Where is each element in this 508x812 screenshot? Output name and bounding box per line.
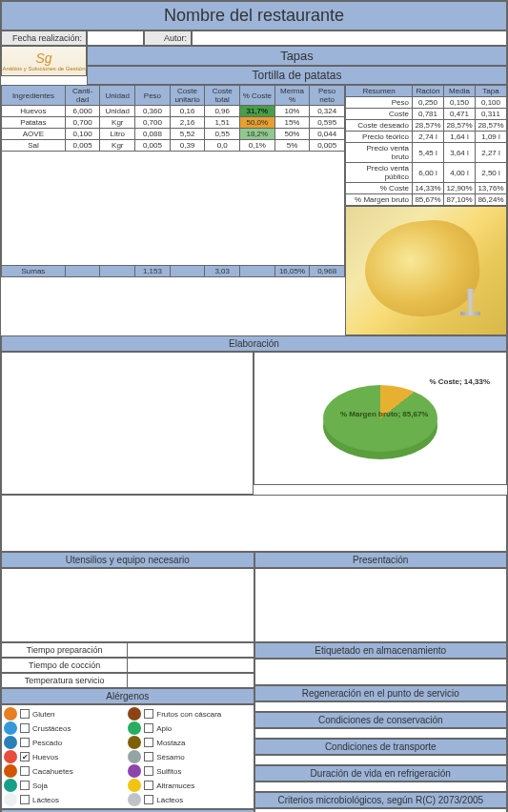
allergen-checkbox[interactable] <box>144 738 153 747</box>
allergen-checkbox[interactable] <box>144 781 153 790</box>
tiempo-prep-val[interactable] <box>128 643 253 657</box>
sumas-merma: 16,05% <box>274 266 310 277</box>
allergen-checkbox[interactable] <box>144 766 153 776</box>
recipe-sheet: Nombre del restaurante Fecha realización… <box>0 0 508 812</box>
sumas-peso: 1,153 <box>135 266 171 277</box>
restaurant-title: Nombre del restaurante <box>1 1 507 30</box>
alergenos-header: Alérgenos <box>1 688 254 704</box>
th-media: Media <box>444 86 476 97</box>
th-ingredientes: Ingredientes <box>2 86 66 106</box>
resumen-row: Coste deseado28,57%28,57%28,57% <box>346 120 507 132</box>
resumen-table: Resumen Ración Media Tapa Peso0,2500,150… <box>345 85 507 206</box>
logo-icon: Sg <box>35 51 51 66</box>
resumen-row: Precio venta bruto5,45 l3,64 l2,27 l <box>346 143 507 163</box>
allergen-icon <box>4 721 17 735</box>
allergen-checkbox[interactable] <box>20 795 30 804</box>
allergen-checkbox[interactable] <box>20 766 30 776</box>
criterios-box[interactable] <box>254 808 508 812</box>
regeneracion-header: Regeneración en el punto de servicio <box>254 685 508 701</box>
allergen-checkbox[interactable] <box>20 738 30 747</box>
utensilios-box[interactable] <box>1 568 254 642</box>
resumen-row: % Coste14,33%12,90%13,76% <box>346 183 507 194</box>
duracion-box[interactable] <box>254 782 508 792</box>
allergen-item: Soja <box>4 779 127 792</box>
elaboracion-header: Elaboración <box>1 335 507 352</box>
allergen-item: Lácteos <box>128 793 251 806</box>
etiquetado-header: Etiquetado en almacenamiento <box>254 642 508 659</box>
allergen-checkbox[interactable] <box>144 795 153 804</box>
etiquetado-box[interactable] <box>254 659 508 685</box>
th-unidad: Unidad <box>100 86 135 106</box>
allergen-item: Apio <box>128 721 251 735</box>
pie-label-margen: % Margen bruto; 85,67% <box>340 410 428 418</box>
conservacion-box[interactable] <box>254 728 508 739</box>
th-tapa: Tapa <box>476 86 507 97</box>
tiempo-coc-label: Tiempo de cocción <box>2 659 128 672</box>
allergen-label: Sulfitos <box>156 767 181 776</box>
allergen-icon <box>4 736 17 749</box>
th-merma: Merma % <box>274 86 310 106</box>
criterios-header: Criterios microbiológicos, según R(C) 20… <box>254 792 508 808</box>
elaboracion-text[interactable] <box>1 352 254 495</box>
allergen-label: Apio <box>156 724 172 733</box>
allergen-grid: GlutenFrutos con cáscaraCrustáceosApioPe… <box>1 704 254 809</box>
allergen-item: Gluten <box>4 707 127 721</box>
allergen-item: Altramuces <box>128 779 251 792</box>
resumen-row: Coste0,7810,4710,311 <box>346 109 507 120</box>
allergen-checkbox[interactable]: ✔ <box>20 752 30 761</box>
ingredients-table: Ingredientes Canti- dad Unidad Peso Cost… <box>1 85 345 277</box>
allergen-label: Gluten <box>32 710 55 719</box>
allergen-icon <box>128 793 141 806</box>
allergen-item: Sulfitos <box>128 764 251 778</box>
presentacion-box[interactable] <box>254 568 508 642</box>
dish-name: Tortilla de patatas <box>87 66 507 85</box>
sumas-ct: 3,03 <box>205 266 240 277</box>
allergen-label: Lácteos <box>156 796 183 804</box>
allergen-icon <box>128 707 141 721</box>
allergen-checkbox[interactable] <box>144 709 153 719</box>
allergen-label: Mostaza <box>156 739 185 747</box>
autor-value[interactable] <box>192 30 507 46</box>
sumas-label: Sumas <box>2 266 66 277</box>
duracion-header: Duración de vida en refrigeración <box>254 765 508 782</box>
allergen-label: Crustáceos <box>32 724 71 733</box>
fecha-label: Fecha realización: <box>1 30 87 46</box>
allergen-checkbox[interactable] <box>144 752 153 761</box>
utensilios-header: Utensilios y equipo necesario <box>1 552 254 568</box>
th-resumen: Resumen <box>346 86 413 97</box>
allergen-checkbox[interactable] <box>144 723 153 733</box>
regeneracion-box[interactable] <box>254 701 508 712</box>
tiempo-coc-val[interactable] <box>128 659 253 672</box>
allergen-icon <box>4 764 17 778</box>
allergen-checkbox[interactable] <box>20 709 30 719</box>
allergen-icon <box>128 750 141 763</box>
sumas-pn: 0,968 <box>310 266 345 277</box>
temp-serv-val[interactable] <box>128 674 253 687</box>
allergen-checkbox[interactable] <box>20 723 30 733</box>
allergen-item: Pescado <box>4 736 127 749</box>
allergen-item: Mostaza <box>128 736 251 749</box>
resumen-row: Precio teórico2,74 l1,64 l1,09 l <box>346 132 507 143</box>
allergen-icon <box>4 750 17 763</box>
allergen-item: Sésamo <box>128 750 251 763</box>
pie-chart: % Coste; 14,33% % Margen bruto; 85,67% <box>254 352 507 485</box>
allergen-label: Pescado <box>32 739 62 747</box>
allergen-icon <box>128 764 141 778</box>
cond-transporte-box[interactable] <box>254 755 508 765</box>
allergen-label: Lácteos <box>32 796 59 804</box>
ingredient-row: Sal0,005Kgr0,0050,390,00,1%5%0,005 <box>2 140 345 152</box>
fecha-value[interactable] <box>87 30 144 46</box>
conservacion-header: Condiciones de conservación <box>254 712 508 728</box>
allergen-checkbox[interactable] <box>20 781 30 790</box>
ingredient-row: Huevos6,000Unidad0,3600,160,9631,7%10%0,… <box>2 106 345 117</box>
allergen-icon <box>4 793 17 806</box>
resumen-row: % Margen bruto85,67%87,10%86,24% <box>346 194 507 206</box>
temp-serv-label: Temperatura servicio <box>2 674 128 687</box>
allergen-label: Sésamo <box>156 753 184 761</box>
elaboracion-extra[interactable] <box>1 495 507 552</box>
allergen-item: Cacahuetes <box>4 764 127 778</box>
th-coste-u: Coste unitario <box>170 86 205 106</box>
dish-photo <box>345 206 507 335</box>
pie-label-coste: % Coste; 14,33% <box>429 377 490 386</box>
allergen-item: Lácteos <box>4 793 127 806</box>
